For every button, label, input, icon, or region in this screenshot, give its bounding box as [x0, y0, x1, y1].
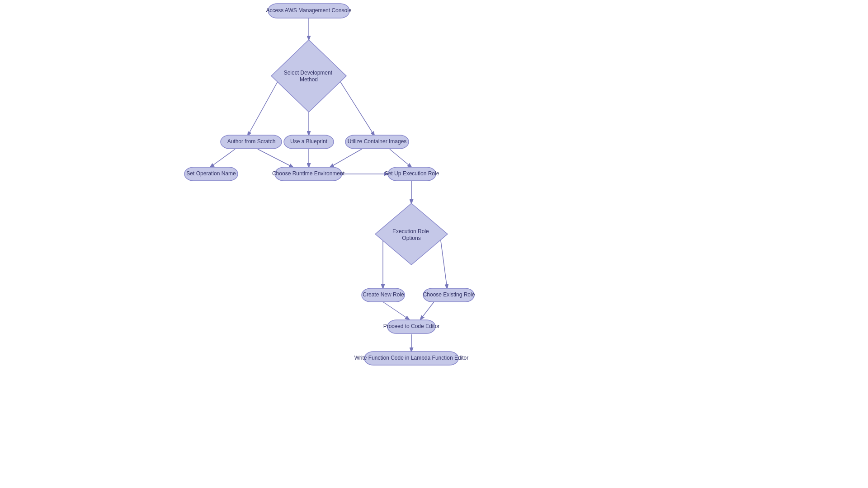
- arrow-container-to-execution: [390, 149, 411, 167]
- label-use-blueprint: Use a Blueprint: [290, 138, 328, 145]
- arrow-diamond-to-container: [337, 77, 374, 136]
- label-choose-runtime: Choose Runtime Environment: [272, 170, 345, 177]
- flowchart-container: Access AWS Management Console Select Dev…: [0, 0, 868, 488]
- arrow-create-to-proceed: [383, 302, 409, 319]
- arrow-options-to-existing: [440, 234, 447, 288]
- label-set-operation: Set Operation Name: [186, 170, 236, 177]
- label-write-function: Write Function Code in Lambda Function E…: [354, 355, 469, 361]
- label-access-console: Access AWS Management Console: [266, 7, 352, 14]
- arrow-diamond-to-author: [248, 77, 280, 136]
- label-proceed-editor: Proceed to Code Editor: [383, 323, 440, 329]
- label-container-images: Utilize Container Images: [348, 138, 407, 145]
- label-author-scratch: Author from Scratch: [227, 138, 276, 145]
- label-setup-execution: Set Up Execution Role: [385, 170, 439, 177]
- label-choose-existing: Choose Existing Role: [423, 291, 475, 298]
- arrow-author-to-runtime: [258, 149, 293, 167]
- label-create-new-role: Create New Role: [363, 291, 404, 298]
- arrow-author-to-operation: [210, 149, 235, 167]
- arrow-container-to-runtime: [330, 149, 362, 167]
- flowchart-svg: Access AWS Management Console Select Dev…: [0, 0, 868, 488]
- arrow-existing-to-proceed: [420, 302, 434, 319]
